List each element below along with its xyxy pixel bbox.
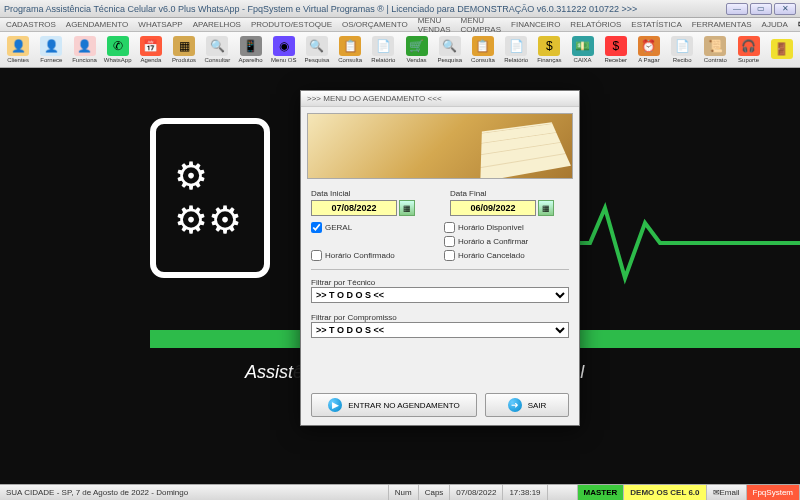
entrar-agendamento-button[interactable]: ▶ENTRAR NO AGENDAMENTO — [311, 393, 477, 417]
funciona-icon: 👤 — [74, 36, 96, 56]
toolbar-recibo[interactable]: 📄Recibo — [666, 33, 698, 67]
contrato-icon: 📜 — [704, 36, 726, 56]
status-caps: Caps — [419, 485, 451, 500]
data-final-picker-button[interactable]: ▦ — [538, 200, 554, 216]
filtro-tecnico-label: Filtrar por Técnico — [311, 278, 569, 287]
recibo-icon: 📄 — [671, 36, 693, 56]
chk-horario-cancelado[interactable]: Horário Cancelado — [444, 250, 569, 261]
data-inicial-input[interactable] — [311, 200, 397, 216]
main-toolbar: 👤Clientes👤Fornece👤Funciona✆WhatsApp📅Agen… — [0, 32, 800, 68]
menu-ferramentas[interactable]: FERRAMENTAS — [692, 20, 752, 29]
toolbar-consulta[interactable]: 📋Consulta — [467, 33, 499, 67]
consulta-icon: 📋 — [472, 36, 494, 56]
menu-whatsapp[interactable]: WHATSAPP — [138, 20, 182, 29]
filtro-compromisso-label: Filtrar por Compromisso — [311, 313, 569, 322]
agendamento-dialog: >>> MENU DO AGENDAMENTO <<< Data Inicial… — [300, 90, 580, 426]
consulta-icon: 📋 — [339, 36, 361, 56]
status-master: MASTER — [578, 485, 625, 500]
menu-os/orçamento[interactable]: OS/ORÇAMENTO — [342, 20, 408, 29]
chk-geral[interactable]: GERAL — [311, 222, 436, 233]
toolbar-produtos[interactable]: ▦Produtos — [168, 33, 200, 67]
status-bar: SUA CIDADE - SP, 7 de Agosto de 2022 - D… — [0, 484, 800, 500]
toolbar-agenda[interactable]: 📅Agenda — [135, 33, 167, 67]
data-final-input[interactable] — [450, 200, 536, 216]
toolbar-funciona[interactable]: 👤Funciona — [68, 33, 100, 67]
menu-bar: CADASTROSAGENDAMENTOWHATSAPPAPARELHOSPRO… — [0, 18, 800, 32]
enter-icon: ▶ — [328, 398, 342, 412]
toolbar-aparelho[interactable]: 📱Aparelho — [234, 33, 266, 67]
menu-financeiro[interactable]: FINANCEIRO — [511, 20, 560, 29]
status-num: Num — [389, 485, 419, 500]
toolbar-pesquisa[interactable]: 🔍Pesquisa — [434, 33, 466, 67]
agenda-icon: 📅 — [140, 36, 162, 56]
toolbar-consultar[interactable]: 🔍Consultar — [201, 33, 233, 67]
menu-ajuda[interactable]: AJUDA — [762, 20, 788, 29]
gears-icon: ⚙⚙⚙ — [174, 154, 242, 242]
toolbar-whatsapp[interactable]: ✆WhatsApp — [102, 33, 134, 67]
clientes-icon: 👤 — [7, 36, 29, 56]
fornece-icon: 👤 — [40, 36, 62, 56]
toolbar-a pagar[interactable]: ⏰A Pagar — [633, 33, 665, 67]
toolbar-caixa[interactable]: 💵CAIXA — [566, 33, 598, 67]
toolbar-suporte[interactable]: 🎧Suporte — [732, 33, 764, 67]
window-titlebar: Programa Assistência Técnica Celular v6.… — [0, 0, 800, 18]
a pagar-icon: ⏰ — [638, 36, 660, 56]
filtro-compromisso-select[interactable]: >> T O D O S << — [311, 322, 569, 338]
filtro-tecnico-select[interactable]: >> T O D O S << — [311, 287, 569, 303]
toolbar-vendas[interactable]: 🛒Vendas — [400, 33, 432, 67]
status-date: 07/08/2022 — [450, 485, 503, 500]
toolbar-exit[interactable]: 🚪 — [766, 33, 798, 67]
status-system[interactable]: FpqSystem — [747, 485, 800, 500]
toolbar-contrato[interactable]: 📜Contrato — [699, 33, 731, 67]
status-time: 17:38:19 — [503, 485, 547, 500]
aparelho-icon: 📱 — [240, 36, 262, 56]
caixa-icon: 💵 — [572, 36, 594, 56]
finanças-icon: $ — [538, 36, 560, 56]
menu-cadastros[interactable]: CADASTROS — [6, 20, 56, 29]
consultar-icon: 🔍 — [206, 36, 228, 56]
toolbar-receber[interactable]: $Receber — [600, 33, 632, 67]
window-title: Programa Assistência Técnica Celular v6.… — [4, 4, 726, 14]
menu-aparelhos[interactable]: APARELHOS — [193, 20, 241, 29]
pesquisa-icon: 🔍 — [439, 36, 461, 56]
chk-horario-disponivel[interactable]: Horário Disponível — [444, 222, 569, 233]
menu-relatórios[interactable]: RELATÓRIOS — [570, 20, 621, 29]
menu-menu vendas[interactable]: MENU VENDAS — [418, 16, 451, 34]
toolbar-fornece[interactable]: 👤Fornece — [35, 33, 67, 67]
vendas-icon: 🛒 — [406, 36, 428, 56]
toolbar-finanças[interactable]: $Finanças — [533, 33, 565, 67]
sair-button[interactable]: ➜SAIR — [485, 393, 569, 417]
chk-horario-confirmado[interactable]: Horário Confirmado — [311, 250, 436, 261]
exit-icon: ➜ — [508, 398, 522, 412]
status-gap — [548, 485, 578, 500]
data-final-label: Data Final — [450, 189, 569, 198]
toolbar-relatório[interactable]: 📄Relatório — [500, 33, 532, 67]
toolbar-relatório[interactable]: 📄Relatório — [367, 33, 399, 67]
menu os-icon: ◉ — [273, 36, 295, 56]
menu-estatística[interactable]: ESTATÍSTICA — [631, 20, 681, 29]
brand-logo: ⚙⚙⚙ — [150, 118, 270, 278]
close-button[interactable]: ✕ — [774, 3, 796, 15]
maximize-button[interactable]: ▭ — [750, 3, 772, 15]
toolbar-clientes[interactable]: 👤Clientes — [2, 33, 34, 67]
data-inicial-picker-button[interactable]: ▦ — [399, 200, 415, 216]
chk-horario-confirmar[interactable]: Horário a Confirmar — [444, 236, 569, 247]
menu-agendamento[interactable]: AGENDAMENTO — [66, 20, 129, 29]
produtos-icon: ▦ — [173, 36, 195, 56]
minimize-button[interactable]: — — [726, 3, 748, 15]
toolbar-pesquisa[interactable]: 🔍Pesquisa — [301, 33, 333, 67]
exit-icon: 🚪 — [771, 39, 793, 59]
whatsapp-icon: ✆ — [107, 36, 129, 56]
status-email[interactable]: ✉ Email — [707, 485, 747, 500]
toolbar-consulta[interactable]: 📋Consulta — [334, 33, 366, 67]
menu-produto/estoque[interactable]: PRODUTO/ESTOQUE — [251, 20, 332, 29]
data-inicial-label: Data Inicial — [311, 189, 430, 198]
relatório-icon: 📄 — [372, 36, 394, 56]
suporte-icon: 🎧 — [738, 36, 760, 56]
status-location: SUA CIDADE - SP, 7 de Agosto de 2022 - D… — [0, 485, 389, 500]
toolbar-menu os[interactable]: ◉Menu OS — [268, 33, 300, 67]
menu-menu compras[interactable]: MENU COMPRAS — [461, 16, 501, 34]
status-demo: DEMO OS CEL 6.0 — [624, 485, 706, 500]
dialog-title: >>> MENU DO AGENDAMENTO <<< — [301, 91, 579, 107]
pesquisa-icon: 🔍 — [306, 36, 328, 56]
